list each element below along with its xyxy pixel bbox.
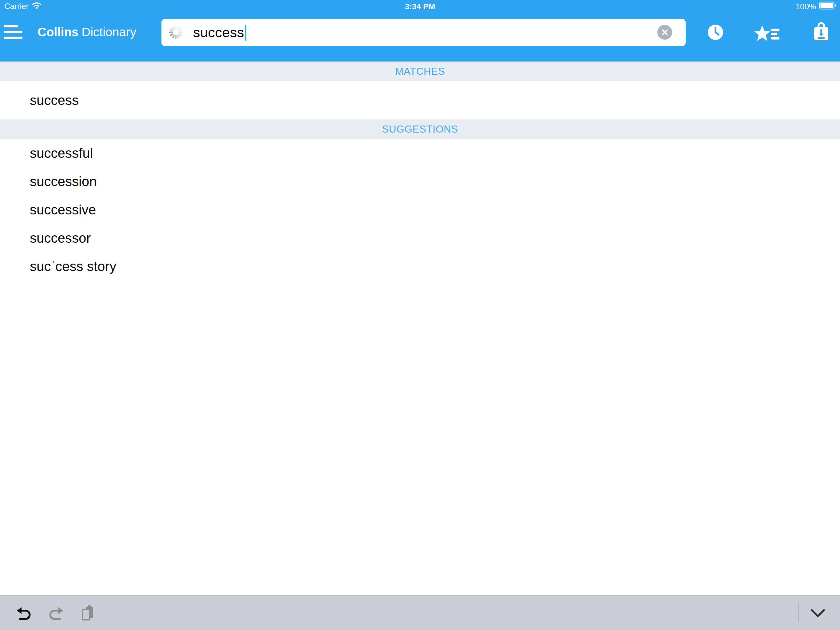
app-title-suffix: Dictionary bbox=[82, 25, 136, 39]
app-title-brand: Collins bbox=[38, 25, 78, 39]
paste-clipboard-icon[interactable] bbox=[81, 605, 95, 623]
downloads-bag-icon[interactable] bbox=[813, 22, 829, 42]
status-bar: Carrier 3:34 PM 100% bbox=[0, 0, 840, 12]
suggestion-item[interactable]: sucˈcess story bbox=[0, 252, 840, 280]
menu-icon[interactable] bbox=[4, 25, 22, 39]
search-input[interactable]: success bbox=[161, 19, 686, 46]
app-header: Carrier 3:34 PM 100% bbox=[0, 0, 840, 62]
match-item[interactable]: success bbox=[0, 81, 840, 119]
section-header-suggestions: SUGGESTIONS bbox=[0, 119, 840, 139]
loading-spinner-icon bbox=[169, 25, 183, 41]
carrier-label: Carrier bbox=[4, 2, 28, 11]
suggestion-item[interactable]: succession bbox=[0, 167, 840, 196]
status-time: 3:34 PM bbox=[405, 2, 435, 11]
suggestion-item[interactable]: successive bbox=[0, 196, 840, 224]
section-header-matches: MATCHES bbox=[0, 62, 840, 81]
suggestion-item[interactable]: successful bbox=[0, 139, 840, 167]
text-caret bbox=[245, 25, 246, 41]
favorites-list-icon[interactable] bbox=[754, 25, 780, 43]
battery-icon bbox=[819, 2, 836, 12]
search-results: MATCHES success SUGGESTIONS successful s… bbox=[0, 62, 840, 280]
undo-icon[interactable] bbox=[17, 606, 33, 621]
keyboard-accessory-bar bbox=[0, 595, 840, 630]
history-icon[interactable] bbox=[707, 24, 723, 41]
suggestion-item[interactable]: successor bbox=[0, 224, 840, 252]
search-value: success bbox=[193, 25, 244, 40]
accessory-divider bbox=[798, 602, 799, 622]
battery-percent-label: 100% bbox=[796, 2, 816, 11]
wifi-icon bbox=[32, 2, 41, 11]
redo-icon[interactable] bbox=[47, 606, 63, 621]
dismiss-keyboard-chevron-icon[interactable] bbox=[811, 609, 825, 619]
clear-search-icon[interactable] bbox=[657, 25, 672, 40]
page-title: CollinsDictionary bbox=[38, 24, 136, 40]
collins-dictionary-app: Carrier 3:34 PM 100% bbox=[0, 0, 840, 630]
